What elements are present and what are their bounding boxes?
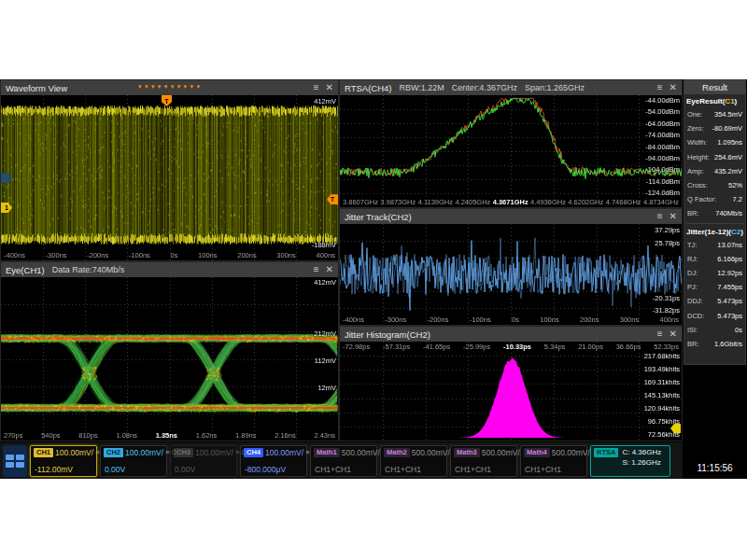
waveform-view-title: Waveform View <box>6 83 67 93</box>
close-icon[interactable]: ✕ <box>326 83 333 92</box>
apps-grid-icon <box>6 462 14 468</box>
clock: 11:15:56 <box>683 463 747 473</box>
jitter-track-plot[interactable]: 37.29ps 25.78ps -20.31ps -31.82ps -400ns… <box>340 224 682 325</box>
eye-data-rate: Data Rate:740Mb/s <box>52 265 125 274</box>
result-row: DDJ:5.473ps <box>685 294 744 308</box>
math4-chip[interactable]: Math4 <box>524 448 550 457</box>
close-icon[interactable]: ✕ <box>669 212 677 221</box>
eye-result-section: EyeResult(C1) One:354.5mV Zero:-80.69mV … <box>684 94 745 222</box>
waveform-view-panel: Waveform View ▼▼▼▼▼▼▼▼▼▼ ≡ ✕ T 1 T 412mV… <box>0 79 339 261</box>
apps-menu-button[interactable] <box>3 445 27 477</box>
math1-expression: CH1+CH1 <box>314 466 374 474</box>
menu-icon[interactable]: ≡ <box>657 212 663 221</box>
close-icon[interactable]: ✕ <box>669 329 677 339</box>
menu-icon[interactable]: ≡ <box>314 83 319 92</box>
eye-canvas[interactable] <box>1 277 338 441</box>
jitter-track-title: Jitter Track(CH2) <box>345 212 412 222</box>
result-panel-title: Result <box>684 80 745 94</box>
eye-plot[interactable]: 412mV 212mV 112mV 12mV 270ps 540ps 810ps… <box>1 277 338 441</box>
eye-result-heading: EyeResult(C1) <box>685 95 744 107</box>
rtsa-panel: RTSA(CH4) RBW:1.22M Center:4.367GHz Span… <box>339 79 683 208</box>
channel-box-ch2[interactable]: CH2 100.00mV/ ≡ Ω 0.00V <box>100 445 167 477</box>
eye-result-channel-tag: C1 <box>725 97 734 105</box>
result-row: DCD:5.473ps <box>685 309 744 323</box>
ch1-coupling-icon: ≡ <box>95 448 99 456</box>
math2-box[interactable]: Math2 500.00mV/ CH1+CH1 <box>380 445 447 477</box>
ch4-chip[interactable]: CH4 <box>244 448 263 457</box>
ch2-offset: 0.00V <box>104 466 163 474</box>
channel-box-ch4[interactable]: CH4 100.00mV/ ≡ Ω -800.000µV <box>240 445 307 477</box>
result-row: DJ:12.92ps <box>685 266 744 280</box>
math1-box[interactable]: Math1 500.00mV/ CH1+CH1 <box>310 445 377 477</box>
jitter-track-titlebar[interactable]: Jitter Track(CH2) ≡ ✕ <box>340 209 682 224</box>
jitter-histogram-title: Jitter Histogram(CH2) <box>345 329 430 340</box>
result-row: Height:254.6mV <box>685 150 744 164</box>
ch1-chip[interactable]: CH1 <box>34 448 53 457</box>
ch3-chip[interactable]: CH3 <box>174 448 193 457</box>
math3-chip[interactable]: Math3 <box>454 448 480 457</box>
jitter-histogram-titlebar[interactable]: Jitter Histogram(CH2) ≡ ✕ <box>340 327 682 342</box>
eye-diagram-panel: Eye(CH1) Data Rate:740Mb/s ≡ ✕ 412mV 212… <box>0 261 339 441</box>
jitter-histogram-panel: Jitter Histogram(CH2) ≡ ✕ -72.98ps -57.3… <box>339 326 683 441</box>
eye-title: Eye(CH1) <box>6 265 45 275</box>
channel-status-bar: CH1 100.00mV/ ≡ Ω -112.00mV CH2 100.00mV… <box>0 441 683 479</box>
math4-scale: 500.00mV/ <box>552 448 590 457</box>
menu-icon[interactable]: ≡ <box>314 265 319 274</box>
close-icon[interactable]: ✕ <box>326 265 333 274</box>
close-icon[interactable]: ✕ <box>669 83 677 92</box>
trigger-ticks-icon: ▼▼▼▼▼▼▼▼▼▼ <box>137 84 202 90</box>
apps-grid-icon <box>16 455 24 460</box>
result-row: BR:740Mb/s <box>685 206 744 220</box>
ch4-coupling-icon: ≡ <box>305 448 309 456</box>
rtsa-center: Center:4.367GHz <box>452 83 517 92</box>
math1-scale: 500.00mV/ <box>342 448 380 457</box>
menu-icon[interactable]: ≡ <box>657 329 663 339</box>
apps-grid-icon <box>16 462 24 468</box>
result-row: One:354.5mV <box>685 107 744 121</box>
ch2-coupling-icon: ≡ <box>165 448 169 456</box>
apps-grid-icon <box>6 455 14 460</box>
math4-box[interactable]: Math4 500.00mV/ CH1+CH1 <box>520 445 587 477</box>
math4-expression: CH1+CH1 <box>524 466 584 474</box>
rtsa-titlebar[interactable]: RTSA(CH4) RBW:1.22M Center:4.367GHz Span… <box>340 80 682 95</box>
rtsa-rbw: RBW:1.22M <box>400 83 444 92</box>
eye-titlebar[interactable]: Eye(CH1) Data Rate:740Mb/s ≡ ✕ <box>1 262 338 277</box>
result-row: PJ:7.455ps <box>685 280 744 294</box>
rtsa-center-freq: C: 4.36GHz <box>622 448 661 457</box>
rtsa-chip[interactable]: RTSA <box>594 448 618 457</box>
rtsa-title: RTSA(CH4) <box>345 83 392 93</box>
result-row: Width:1.095ns <box>685 135 744 149</box>
waveform-canvas[interactable] <box>1 95 338 260</box>
rtsa-plot[interactable]: -44.00dBm -54.00dBm -64.00dBm -74.00dBm … <box>340 95 682 207</box>
jitter-histogram-plot[interactable]: -72.98ps -57.31ps -41.65ps -25.99ps -10.… <box>340 342 682 441</box>
ch2-scale: 100.00mV/ <box>125 448 163 457</box>
histogram-canvas[interactable] <box>340 342 682 441</box>
result-row: Zero:-80.69mV <box>685 121 744 135</box>
trigger-level-label: T <box>331 196 334 203</box>
math3-box[interactable]: Math3 500.00mV/ CH1+CH1 <box>450 445 517 477</box>
result-row: TJ:13.07ns <box>685 238 744 252</box>
math2-chip[interactable]: Math2 <box>384 448 410 457</box>
math1-chip[interactable]: Math1 <box>314 448 340 457</box>
jitter-result-section: Jitter(1e-12)(C2) TJ:13.07ns RJ:6.166ps … <box>684 225 745 353</box>
rtsa-box[interactable]: RTSA C: 4.36GHz S: 1.26GHz <box>590 445 670 477</box>
section-divider <box>686 223 743 224</box>
ch3-impedance-icon: Ω <box>242 448 247 456</box>
menu-icon[interactable]: ≡ <box>657 83 663 92</box>
ch3-coupling-icon: ≡ <box>235 448 239 456</box>
result-sidebar: Result EyeResult(C1) One:354.5mV Zero:-8… <box>683 79 747 479</box>
result-row: Q Factor:7.2 <box>685 192 744 206</box>
waveform-view-titlebar[interactable]: Waveform View ▼▼▼▼▼▼▼▼▼▼ ≡ ✕ <box>1 80 338 95</box>
ch2-chip[interactable]: CH2 <box>104 448 123 457</box>
jitter-track-canvas[interactable] <box>340 224 682 325</box>
ch1-scale: 100.00mV/ <box>55 448 93 457</box>
waveform-plot[interactable]: T 1 T 412mV -188mV -400ns -300ns -200ns … <box>1 95 338 260</box>
result-row: BR:1.6Gbit/s <box>685 337 744 351</box>
oscilloscope-screen: Waveform View ▼▼▼▼▼▼▼▼▼▼ ≡ ✕ T 1 T 412mV… <box>0 79 747 479</box>
channel-box-ch3[interactable]: CH3 100.00mV/ ≡ Ω 0.00V <box>170 445 237 477</box>
math3-scale: 500.00mV/ <box>482 448 520 457</box>
spectrum-canvas[interactable] <box>340 95 682 207</box>
trigger-flag-label: T <box>164 98 168 105</box>
jitter-track-panel: Jitter Track(CH2) ≡ ✕ 37.29ps 25.78ps -2… <box>339 208 683 326</box>
channel-box-ch1[interactable]: CH1 100.00mV/ ≡ Ω -112.00mV <box>30 445 97 477</box>
